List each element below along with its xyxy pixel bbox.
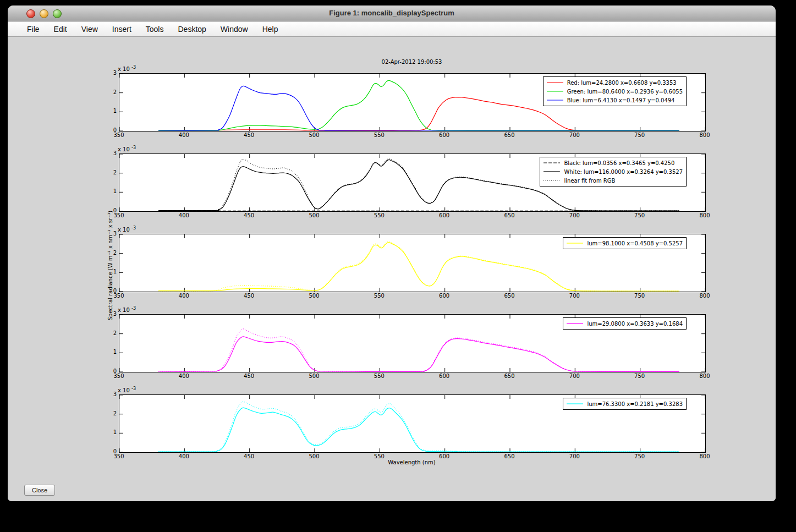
x-tick-label: 500 [305, 132, 323, 138]
y-tick-label: 0 [101, 207, 117, 213]
y-tick-label: 1 [101, 429, 117, 435]
legend-label: lum=76.3300 x=0.2181 y=0.3283 [587, 401, 683, 407]
y-tick-label: 3 [101, 391, 117, 397]
x-tick-label: 400 [174, 293, 193, 299]
x-tick-label: 750 [630, 373, 649, 379]
x-tick-label: 650 [500, 132, 519, 138]
legend-entry: lum=76.3300 x=0.2181 y=0.3283 [566, 399, 683, 408]
y-tick-label: 2 [101, 169, 117, 175]
x-tick-label: 550 [370, 212, 388, 218]
x-tick-label: 750 [630, 453, 649, 459]
legend-entry: lum=98.1000 x=0.4508 y=0.5257 [566, 239, 683, 248]
legend-subplot-2: Black: lum=0.0356 x=0.3465 y=0.4250White… [540, 157, 687, 187]
y-tick-label: 2 [101, 330, 117, 336]
legend-subplot-5: lum=76.3300 x=0.2181 y=0.3283 [563, 398, 687, 410]
x-tick-label: 800 [695, 293, 714, 299]
y-tick-label: 3 [101, 150, 117, 156]
y-axis-exponent-label: x 10 -3 [118, 226, 136, 233]
y-tick-label: 1 [101, 108, 117, 114]
legend-label: Green: lum=80.6400 x=0.2936 y=0.6055 [567, 89, 683, 95]
y-tick-label: 0 [101, 288, 117, 294]
x-tick-label: 450 [240, 373, 259, 379]
x-tick-label: 600 [435, 453, 454, 459]
x-tick-label: 500 [305, 212, 323, 218]
legend-subplot-1: Red: lum=24.2800 x=0.6608 y=0.3353Green:… [543, 76, 687, 106]
legend-entry: Green: lum=80.6400 x=0.2936 y=0.6055 [546, 87, 683, 96]
x-tick-label: 450 [240, 212, 259, 218]
y-tick-label: 1 [101, 349, 117, 355]
menu-item-file[interactable]: File [20, 25, 47, 34]
menu-item-insert[interactable]: Insert [105, 25, 139, 34]
x-tick-label: 650 [500, 293, 519, 299]
legend-label: Blue: lum=6.4130 x=0.1497 y=0.0494 [567, 97, 675, 103]
menu-item-window[interactable]: Window [213, 25, 255, 34]
x-tick-label: 400 [174, 212, 193, 218]
plot-title: 02-Apr-2012 19:00:53 [119, 59, 705, 65]
legend-label: linear fit from RGB [564, 178, 615, 184]
x-tick-label: 500 [305, 453, 323, 459]
y-axis-exponent-label: x 10 -3 [118, 306, 136, 313]
x-tick-label: 650 [500, 373, 519, 379]
legend-entry: Black: lum=0.0356 x=0.3465 y=0.4250 [542, 158, 683, 167]
x-tick-label: 600 [435, 212, 454, 218]
x-tick-label: 800 [695, 132, 714, 138]
x-tick-label: 550 [370, 132, 388, 138]
legend-entry: White: lum=116.0000 x=0.3264 y=0.3527 [542, 167, 683, 176]
x-tick-label: 600 [435, 132, 454, 138]
legend-label: White: lum=116.0000 x=0.3264 y=0.3527 [564, 169, 683, 175]
x-tick-label: 750 [630, 132, 649, 138]
legend-entry: lum=29.0800 x=0.3633 y=0.1684 [566, 319, 683, 328]
y-tick-label: 0 [101, 127, 117, 133]
legend-entry: linear fit from RGB [542, 176, 683, 185]
y-axis-exponent-label: x 10 -3 [118, 65, 136, 72]
y-axis-exponent-label: x 10 -3 [118, 145, 136, 152]
close-button[interactable]: Close [24, 485, 55, 496]
y-tick-label: 1 [101, 268, 117, 275]
window-close-button[interactable] [26, 9, 35, 18]
y-tick-label: 2 [101, 250, 117, 256]
y-axis-exponent-label: x 10 -3 [118, 386, 136, 393]
figure-window: Figure 1: moncalib_displaySpectrum FileE… [8, 6, 776, 501]
y-tick-label: 0 [101, 448, 117, 454]
magenta-linear-fit-curve [158, 329, 679, 371]
x-tick-label: 650 [500, 453, 519, 459]
y-tick-label: 2 [101, 410, 117, 416]
menu-item-view[interactable]: View [74, 25, 105, 34]
menu-item-edit[interactable]: Edit [47, 25, 74, 34]
legend-subplot-3: lum=98.1000 x=0.4508 y=0.5257 [563, 237, 687, 249]
menu-item-desktop[interactable]: Desktop [171, 25, 213, 34]
figure-canvas: 02-Apr-2012 19:00:53 Spectral radiance (… [8, 37, 776, 501]
legend-label: lum=29.0800 x=0.3633 y=0.1684 [587, 321, 683, 327]
window-minimize-button[interactable] [40, 9, 48, 18]
window-zoom-button[interactable] [53, 9, 62, 18]
magenta-measured-curve [158, 337, 679, 372]
y-tick-label: 1 [101, 188, 117, 194]
x-tick-label: 700 [565, 132, 584, 138]
x-axis-label: Wavelength (nm) [119, 459, 705, 465]
legend-label: lum=98.1000 x=0.4508 y=0.5257 [587, 240, 683, 246]
x-tick-label: 650 [500, 212, 519, 218]
x-tick-label: 700 [565, 453, 584, 459]
y-tick-label: 3 [101, 311, 117, 317]
x-tick-label: 500 [305, 373, 323, 379]
window-titlebar: Figure 1: moncalib_displaySpectrum [8, 6, 776, 21]
x-tick-label: 700 [565, 373, 584, 379]
legend-entry: Red: lum=24.2800 x=0.6608 y=0.3353 [546, 78, 683, 87]
x-tick-label: 450 [240, 293, 259, 299]
x-tick-label: 450 [240, 453, 259, 459]
x-tick-label: 700 [565, 293, 584, 299]
menu-item-help[interactable]: Help [255, 25, 286, 34]
x-tick-label: 400 [174, 453, 193, 459]
x-tick-label: 750 [630, 293, 649, 299]
x-tick-label: 700 [565, 212, 584, 218]
window-title: Figure 1: moncalib_displaySpectrum [8, 6, 776, 21]
legend-subplot-4: lum=29.0800 x=0.3633 y=0.1684 [563, 317, 687, 330]
menu-item-tools[interactable]: Tools [139, 25, 171, 34]
x-tick-label: 550 [370, 293, 388, 299]
y-tick-label: 3 [101, 231, 117, 237]
x-tick-label: 550 [370, 373, 388, 379]
x-tick-label: 600 [435, 373, 454, 379]
x-tick-label: 500 [305, 293, 323, 299]
legend-label: Red: lum=24.2800 x=0.6608 y=0.3353 [567, 80, 677, 86]
x-tick-label: 400 [174, 373, 193, 379]
